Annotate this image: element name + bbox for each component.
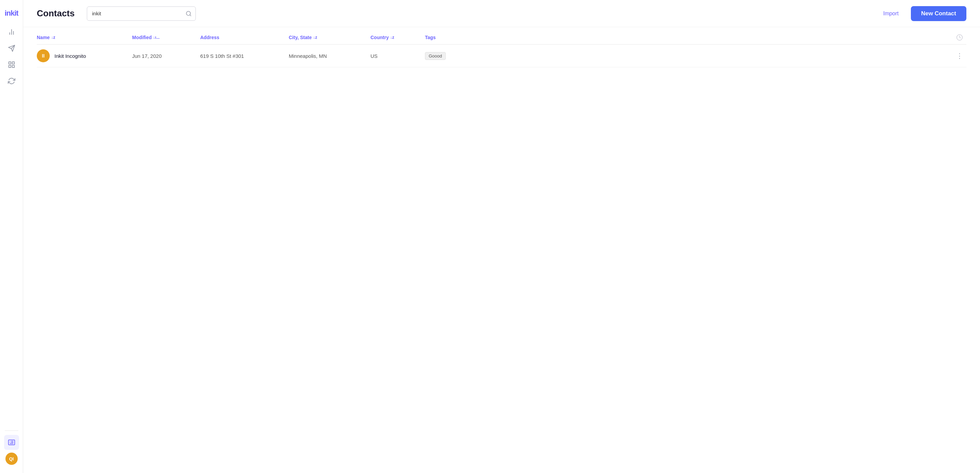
import-button[interactable]: Import xyxy=(878,7,904,20)
grid-icon xyxy=(8,61,15,68)
city-sort-indicator: ↓z xyxy=(313,35,317,40)
col-header-country[interactable]: Country ↓z xyxy=(371,35,425,40)
sidebar-item-analytics[interactable] xyxy=(4,24,19,40)
logo-text: inkit xyxy=(5,9,18,18)
search-input[interactable] xyxy=(87,6,196,21)
page-title: Contacts xyxy=(37,8,75,19)
name-sort-indicator: ↓z xyxy=(51,35,55,40)
svg-rect-7 xyxy=(8,65,11,67)
table-header: Name ↓z Modified ↓ı... Address City, Sta… xyxy=(37,34,966,44)
sidebar-nav xyxy=(0,24,23,429)
svg-rect-6 xyxy=(12,62,14,64)
contacts-content: Name ↓z Modified ↓ı... Address City, Sta… xyxy=(23,27,980,473)
country-sort-indicator: ↓z xyxy=(390,35,394,40)
table-row: II Inkit Incognito Jun 17, 2020 619 S 10… xyxy=(37,44,966,67)
svg-rect-8 xyxy=(12,65,14,67)
cell-modified: Jun 17, 2020 xyxy=(132,53,200,59)
app-logo: inkit xyxy=(0,4,23,24)
cell-country: US xyxy=(371,53,425,59)
sidebar-item-grid[interactable] xyxy=(4,57,19,72)
contact-avatar: II xyxy=(37,49,50,62)
contact-name[interactable]: Inkit Incognito xyxy=(54,53,86,59)
cell-address: 619 S 10th St #301 xyxy=(200,53,289,59)
sidebar-divider xyxy=(5,430,18,431)
send-icon xyxy=(8,44,15,52)
sidebar-item-automation[interactable] xyxy=(4,73,19,89)
user-avatar[interactable]: QI xyxy=(5,452,18,465)
sidebar: inkit xyxy=(0,0,23,473)
tag-badge: Goood xyxy=(425,52,446,60)
automation-icon xyxy=(8,77,15,85)
col-header-tags: Tags xyxy=(425,35,953,40)
svg-rect-5 xyxy=(8,62,11,64)
sidebar-item-campaigns[interactable] xyxy=(4,41,19,56)
col-header-modified[interactable]: Modified ↓ı... xyxy=(132,35,200,40)
cell-city-state: Minneapolis, MN xyxy=(289,53,371,59)
col-header-actions xyxy=(953,34,966,41)
search-container xyxy=(87,6,196,21)
cell-tags: Goood xyxy=(425,52,953,60)
main-content: Contacts Import New Contact Name ↓z Modi… xyxy=(23,0,980,473)
row-more-button[interactable]: ⋮ xyxy=(955,50,964,61)
cell-name: II Inkit Incognito xyxy=(37,49,132,62)
cell-actions: ⋮ xyxy=(953,50,966,61)
new-contact-button[interactable]: New Contact xyxy=(911,6,966,21)
sidebar-bottom: QI xyxy=(0,429,23,469)
modified-sort-indicator: ↓ı... xyxy=(153,35,160,40)
chart-icon xyxy=(8,28,15,36)
col-header-name[interactable]: Name ↓z xyxy=(37,35,132,40)
header: Contacts Import New Contact xyxy=(23,0,980,27)
contacts-icon xyxy=(8,439,15,446)
sidebar-item-contacts[interactable] xyxy=(4,435,19,450)
col-header-city-state[interactable]: City, State ↓z xyxy=(289,35,371,40)
col-header-address: Address xyxy=(200,35,289,40)
